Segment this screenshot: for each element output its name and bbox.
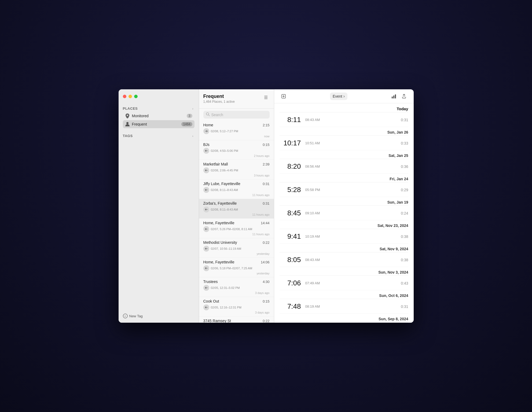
place-item[interactable]: Cook Out 0:15 02/05, 12:16–12:31 PM 3 da… — [199, 297, 274, 317]
timeline-entry[interactable]: 9:41 10:19 AM 0:38 — [280, 230, 408, 244]
place-item[interactable]: BJs 0:15 02/08, 4:50–5:06 PM 2 hours ago — [199, 140, 274, 160]
sidebar-tags-section: Tags › — [119, 131, 199, 141]
frequent-label: Frequent — [132, 122, 179, 126]
timeline-entry[interactable]: 8:11 08:43 AM 0:31 — [280, 113, 408, 127]
place-item[interactable]: Zorba's, Fayetteville 0:31 02/08, 8:11–8… — [199, 199, 274, 219]
timeline-entry-duration: 0:38 — [401, 258, 408, 262]
place-item[interactable]: 3745 Ramsey St 0:22 02/05, 12:06–12:29 P… — [199, 317, 274, 323]
place-arrow-icon — [203, 207, 209, 212]
timeline-entry[interactable]: 8:05 08:43 AM 0:38 — [280, 253, 408, 267]
place-item-header: Home, Fayetteville 14:44 — [203, 221, 270, 225]
sidebar-titlebar — [119, 89, 199, 103]
sidebar-item-monitored[interactable]: Monitored 3 — [123, 112, 195, 120]
place-item-duration: 4:30 — [263, 280, 269, 284]
place-arrow-icon — [203, 167, 209, 173]
timeline-day-header: Sun, Oct 6, 2024 — [280, 290, 408, 299]
place-item-duration: 0:22 — [263, 319, 269, 323]
place-item-ago: yesterday — [203, 252, 270, 255]
timeline-entry-ampm: 08:19 AM — [305, 304, 327, 308]
place-time-range: 02/06, 5:18 PM–02/07, 7:25 AM — [211, 267, 252, 270]
sidebar: Places › Monitored 3 — [119, 89, 199, 323]
places-chevron-icon: › — [191, 107, 195, 110]
place-item-name: Jiffy Lube, Fayetteville — [203, 182, 240, 186]
place-arrow-icon — [203, 246, 209, 252]
sidebar-footer: + New Tag — [119, 309, 199, 323]
place-item-header: BJs 0:15 — [203, 142, 270, 147]
lines-icon: ☰ — [264, 95, 268, 100]
new-tag-label: New Tag — [129, 314, 143, 318]
event-dropdown[interactable]: Event › — [330, 93, 347, 100]
place-item-row: 02/08, 2:06–4:45 PM — [203, 167, 270, 173]
traffic-light-yellow[interactable] — [129, 95, 132, 98]
timeline-entry-duration: 0:38 — [401, 234, 408, 239]
timeline-list: Today 8:11 08:43 AM 0:31 Sun, Jan 26 10:… — [274, 103, 414, 323]
timeline-day-header: Sun, Nov 3, 2024 — [280, 267, 408, 276]
timeline-entry[interactable]: 8:20 08:56 AM 0:36 — [280, 160, 408, 174]
timeline-entry-ampm: 05:58 PM — [305, 188, 327, 192]
place-arrow-icon — [203, 128, 209, 134]
compose-button[interactable] — [280, 92, 288, 100]
tags-section-header[interactable]: Tags › — [123, 133, 195, 139]
place-item-name: Home — [203, 123, 213, 127]
place-item-name: Cook Out — [203, 299, 219, 303]
place-item-header: 3745 Ramsey St 0:22 — [203, 319, 270, 323]
timeline-entry[interactable]: 10:17 10:51 AM 0:33 — [280, 136, 408, 150]
svg-line-2 — [208, 115, 210, 116]
place-item-name: Home, Fayetteville — [203, 260, 234, 264]
timeline-entry-ampm: 09:10 AM — [305, 211, 327, 215]
places-section-label: Places — [123, 106, 138, 111]
svg-rect-8 — [395, 94, 396, 98]
place-item-duration: 0:31 — [263, 182, 269, 186]
place-item-ago: 3 days ago — [203, 311, 270, 314]
place-item[interactable]: Marketfair Mall 2:39 02/08, 2:06–4:45 PM… — [199, 160, 274, 179]
place-item-name: Home, Fayetteville — [203, 221, 234, 225]
monitored-badge: 3 — [187, 114, 192, 118]
place-arrow-icon — [203, 285, 209, 291]
place-item-header: Zorba's, Fayetteville 0:31 — [203, 201, 270, 205]
timeline-entry-bigtime: 5:28 — [280, 186, 301, 194]
place-item-header: Home, Fayetteville 14:06 — [203, 260, 270, 264]
panel-action-button[interactable]: ☰ — [262, 94, 270, 101]
bar-chart-button[interactable] — [390, 92, 398, 100]
places-list: Home 2:15 02/08, 5:12–7:27 PM now BJs 0:… — [199, 121, 274, 323]
search-input[interactable] — [211, 113, 267, 117]
traffic-light-green[interactable] — [134, 95, 138, 98]
place-arrow-icon — [203, 148, 209, 154]
place-item[interactable]: Methodist University 0:22 02/07, 10:56–1… — [199, 238, 274, 258]
tags-chevron-icon: › — [191, 134, 195, 138]
timeline-entry-bigtime: 8:05 — [280, 256, 301, 264]
place-item-duration: 0:22 — [263, 241, 269, 245]
timeline-entry-bigtime: 10:17 — [280, 139, 301, 147]
new-tag-button[interactable]: + New Tag — [123, 312, 195, 319]
svg-rect-7 — [393, 95, 394, 98]
place-item-header: Methodist University 0:22 — [203, 240, 270, 245]
share-button[interactable] — [400, 92, 408, 100]
place-item-header: Marketfair Mall 2:39 — [203, 162, 270, 166]
place-item[interactable]: Jiffy Lube, Fayetteville 0:31 02/08, 8:1… — [199, 179, 274, 199]
place-item-name: 3745 Ramsey St — [203, 319, 231, 323]
timeline-day-header: Sat, Nov 9, 2024 — [280, 244, 408, 252]
place-item[interactable]: Home, Fayetteville 14:06 02/06, 5:18 PM–… — [199, 258, 274, 277]
place-item-header: Jiffy Lube, Fayetteville 0:31 — [203, 182, 270, 186]
place-item-row: 02/08, 5:12–7:27 PM — [203, 128, 270, 134]
timeline-entry-ampm: 10:51 AM — [305, 141, 327, 145]
place-item[interactable]: Home 2:15 02/08, 5:12–7:27 PM now — [199, 121, 274, 140]
timeline-entry[interactable]: 7:48 08:19 AM 0:31 — [280, 300, 408, 314]
place-item-duration: 0:15 — [263, 299, 269, 303]
timeline-entry[interactable]: 8:45 09:10 AM 0:24 — [280, 206, 408, 220]
place-item[interactable]: Trustees 4:30 02/05, 12:31–5:02 PM 3 day… — [199, 277, 274, 297]
place-item-header: Cook Out 0:15 — [203, 299, 270, 303]
place-time-range: 02/05, 12:31–5:02 PM — [211, 286, 240, 289]
place-item-duration: 2:39 — [263, 162, 269, 166]
place-item-name: Marketfair Mall — [203, 162, 228, 166]
sidebar-item-frequent[interactable]: Frequent 1464 — [123, 120, 195, 128]
timeline-entry[interactable]: 7:06 07:49 AM 0:43 — [280, 276, 408, 290]
timeline-entry[interactable]: 5:28 05:58 PM 0:29 — [280, 183, 408, 197]
place-item[interactable]: Home, Fayetteville 14:44 02/07, 5:26 PM–… — [199, 219, 274, 238]
place-item-row: 02/06, 5:18 PM–02/07, 7:25 AM — [203, 265, 270, 271]
place-arrow-icon — [203, 226, 209, 232]
places-section-header[interactable]: Places › — [123, 105, 195, 112]
place-item-name: Trustees — [203, 279, 218, 284]
traffic-light-red[interactable] — [123, 95, 126, 98]
timeline-entry-ampm: 08:43 AM — [305, 258, 327, 262]
